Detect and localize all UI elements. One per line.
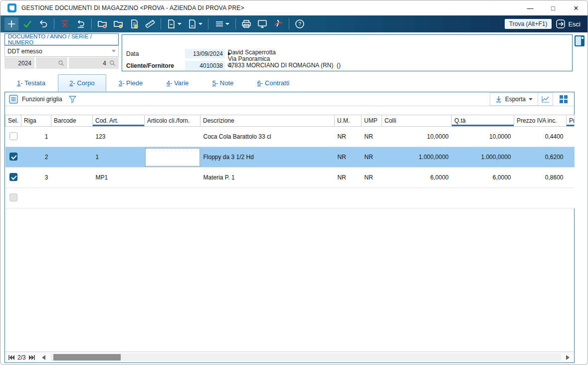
tiles-icon: [559, 95, 568, 104]
first-record-icon[interactable]: [7, 353, 16, 362]
confirm-icon[interactable]: [20, 17, 34, 30]
minimize-button[interactable]: —: [519, 0, 542, 15]
title-bar: GESTIONE DOCUMENTI DI MAGAZZINO <PROVA -…: [0, 0, 588, 15]
col-articolo[interactable]: Articolo cli./forn.: [145, 115, 200, 127]
col-descrizione[interactable]: Descrizione: [200, 115, 335, 127]
table-row[interactable]: 1 123 Coca Cola Barattolo 33 cl NR NR 10…: [5, 127, 575, 147]
window-title: GESTIONE DOCUMENTI DI MAGAZZINO <PROVA -…: [21, 4, 244, 11]
restore-icon[interactable]: [74, 17, 88, 30]
maximize-button[interactable]: □: [542, 0, 565, 15]
funzioni-griglia-label[interactable]: Funzioni griglia: [22, 96, 62, 103]
col-barcode[interactable]: Barcode: [51, 115, 93, 127]
app-icon: [7, 3, 16, 12]
tab-piede[interactable]: 3 - Piede: [106, 74, 155, 91]
app-window: GESTIONE DOCUMENTI DI MAGAZZINO <PROVA -…: [0, 0, 588, 365]
monitor-icon[interactable]: [255, 17, 269, 30]
row-checkbox: [9, 193, 17, 201]
col-qta[interactable]: Q.tà: [452, 115, 514, 127]
document-yellow-icon[interactable]: [127, 17, 141, 30]
col-pr[interactable]: Pr: [567, 115, 575, 127]
delete-icon[interactable]: [58, 17, 72, 30]
exit-icon: [556, 19, 566, 29]
last-record-icon[interactable]: [27, 353, 36, 362]
col-colli[interactable]: Colli: [382, 115, 452, 127]
col-prezzo[interactable]: Prezzo IVA inc.: [514, 115, 567, 127]
open-folder-yellow-icon[interactable]: [111, 17, 125, 30]
scroll-right-button[interactable]: [563, 353, 572, 362]
trova-button[interactable]: Trova (Alt+F1): [505, 19, 552, 29]
grid-toolbar: Funzioni griglia Esporta: [5, 92, 574, 106]
row-checkbox[interactable]: [9, 153, 17, 161]
print-icon[interactable]: [239, 17, 253, 30]
chevron-down-icon: [529, 98, 533, 100]
tile-view-button[interactable]: [557, 93, 570, 106]
customer-box: Data 13/09/2024 Cliente/Fornitore 401003…: [122, 34, 573, 71]
doc-type-select[interactable]: DDT emesso: [4, 45, 119, 57]
chevron-down-icon: [112, 50, 116, 52]
table-row[interactable]: 3 MP1 Materia P. 1 NR NR 6,0000 6,0000 0…: [5, 168, 575, 188]
cliente-label: Cliente/Fornitore: [126, 62, 185, 69]
numero-field[interactable]: 4: [69, 57, 119, 69]
cliente-field[interactable]: 4010038: [185, 61, 225, 70]
pdf-icon[interactable]: [271, 17, 285, 30]
list-menu-icon[interactable]: [212, 17, 232, 30]
tab-contratti[interactable]: 6 - Contratti: [246, 74, 301, 91]
search-icon[interactable]: [58, 60, 64, 66]
tab-testata[interactable]: 1 - Testata: [4, 74, 58, 91]
doc-collapse-menu-icon[interactable]: [165, 17, 184, 30]
filter-icon[interactable]: [68, 95, 77, 103]
doc-expand-menu-icon[interactable]: [186, 17, 204, 30]
scrollbar-thumb[interactable]: [53, 354, 121, 361]
line-chart-icon: [542, 96, 550, 103]
table-header-row: Sel. Riga Barcode Cod. Art. Articolo cli…: [5, 115, 575, 127]
close-button[interactable]: ✕: [565, 0, 588, 15]
side-panel-toggle-icon[interactable]: [575, 35, 585, 46]
document-header: DOCUMENTO / ANNO / SERIE / NUMERO DDT em…: [4, 33, 585, 72]
col-ump[interactable]: UMP: [362, 115, 382, 127]
grid-bottom-bar: 2/3: [5, 352, 574, 363]
row-checkbox[interactable]: [9, 173, 17, 181]
customer-address: David Scaperrotta Via Panoramica 47833 M…: [228, 49, 341, 69]
col-cod-art[interactable]: Cod. Art.: [93, 115, 145, 127]
add-icon[interactable]: [4, 17, 18, 30]
document-box-title: DOCUMENTO / ANNO / SERIE / NUMERO: [4, 33, 119, 45]
svg-text:?: ?: [298, 21, 301, 27]
main-toolbar: ? Trova (Alt+F1) Esci: [0, 15, 588, 32]
grid-panel: Funzioni griglia Esporta: [4, 92, 575, 363]
undo-icon[interactable]: [36, 17, 50, 30]
col-riga[interactable]: Riga: [21, 115, 51, 127]
active-edit-cell[interactable]: [145, 148, 200, 167]
help-icon[interactable]: ?: [293, 17, 307, 30]
tab-varie[interactable]: 4- Varie: [155, 74, 200, 91]
record-indicator: 2/3: [17, 354, 26, 361]
document-lines-table: Sel. Riga Barcode Cod. Art. Articolo cli…: [5, 115, 575, 208]
table-row-empty[interactable]: [5, 188, 575, 208]
download-icon: [495, 96, 502, 103]
col-sel[interactable]: Sel.: [5, 115, 21, 127]
horizontal-scrollbar[interactable]: [50, 354, 561, 361]
tab-corpo[interactable]: 2 - Corpo: [58, 74, 106, 91]
data-label: Data: [126, 50, 185, 57]
serie-field[interactable]: [36, 57, 67, 69]
esci-button[interactable]: Esci: [556, 19, 581, 29]
col-um[interactable]: U.M.: [335, 115, 362, 127]
data-field[interactable]: 13/09/2024: [185, 49, 225, 58]
tab-note[interactable]: 5 - Note: [200, 74, 246, 91]
table-row[interactable]: 2 1 Floppy da 3 1/2 Hd NR NR 1.000,0000 …: [5, 147, 575, 168]
chart-view-button[interactable]: [538, 93, 553, 106]
open-folder-red-icon[interactable]: [95, 17, 109, 30]
scroll-left-button[interactable]: [39, 353, 48, 362]
anno-field[interactable]: 2024: [4, 57, 34, 69]
grid-functions-icon[interactable]: [9, 95, 18, 104]
search-icon[interactable]: [109, 60, 116, 66]
esporta-button[interactable]: Esporta: [490, 93, 538, 106]
tab-bar: 1 - Testata 2 - Corpo 3 - Piede 4- Varie…: [4, 74, 301, 91]
row-checkbox[interactable]: [9, 132, 17, 140]
ruler-icon[interactable]: [143, 17, 157, 30]
